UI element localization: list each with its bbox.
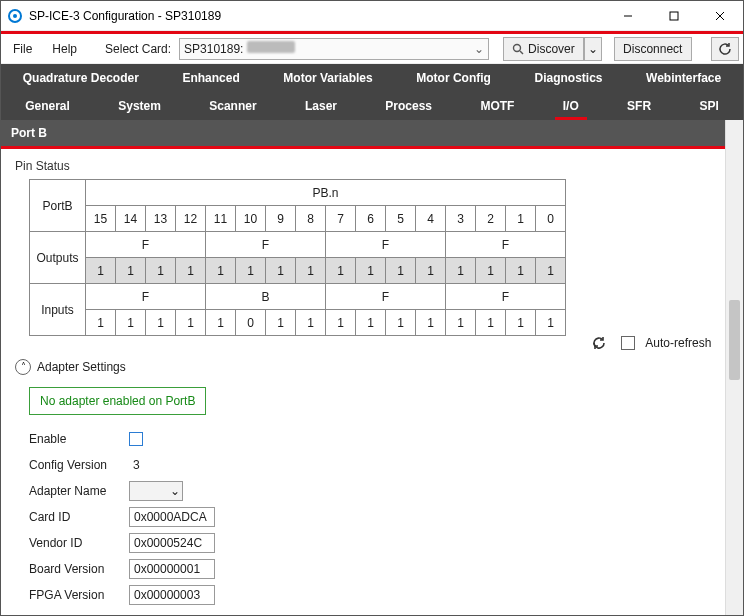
tab-enhanced[interactable]: Enhanced — [166, 64, 255, 92]
menu-file[interactable]: File — [5, 38, 40, 60]
tab-process[interactable]: Process — [371, 92, 446, 120]
obscured-text — [247, 41, 295, 53]
svg-point-6 — [514, 44, 521, 51]
content-scroll[interactable]: Port B Pin Status PortBPB.n1514131211109… — [1, 120, 725, 615]
config-version-value: 3 — [129, 458, 140, 472]
tab-i-o[interactable]: I/O — [549, 92, 593, 120]
disconnect-label: Disconnect — [623, 42, 682, 56]
pin-status-table: PortBPB.n1514131211109876543210OutputsFF… — [29, 179, 566, 336]
discover-dropdown[interactable]: ⌄ — [584, 37, 602, 61]
tab-diagnostics[interactable]: Diagnostics — [518, 64, 618, 92]
enable-label: Enable — [29, 432, 129, 446]
board-version-field[interactable]: 0x00000001 — [129, 559, 215, 579]
vendor-id-label: Vendor ID — [29, 536, 129, 550]
tab-spi[interactable]: SPI — [685, 92, 732, 120]
search-icon — [512, 43, 524, 55]
maximize-button[interactable] — [651, 1, 697, 31]
card-id-field[interactable]: 0x0000ADCA — [129, 507, 215, 527]
chevron-down-icon: ⌄ — [474, 42, 484, 56]
adapter-status: No adapter enabled on PortB — [29, 387, 206, 415]
tab-webinterface[interactable]: Webinterface — [630, 64, 737, 92]
fpga-version-label: FPGA Version — [29, 588, 129, 602]
auto-refresh-checkbox[interactable] — [621, 336, 635, 350]
adapter-settings-label: Adapter Settings — [37, 360, 126, 374]
vendor-id-field[interactable]: 0x0000524C — [129, 533, 215, 553]
menu-help[interactable]: Help — [44, 38, 85, 60]
tabstrip: Quadrature DecoderEnhancedMotor Variable… — [1, 64, 743, 120]
card-id-label: Card ID — [29, 510, 129, 524]
chevron-down-icon: ⌄ — [588, 42, 598, 56]
fpga-version-field[interactable]: 0x00000003 — [129, 585, 215, 605]
adapter-settings-toggle[interactable]: ˄ Adapter Settings — [15, 359, 725, 375]
card-select[interactable]: SP310189: ⌄ — [179, 38, 489, 60]
scrollbar-thumb[interactable] — [729, 300, 740, 380]
tab-motor-variables[interactable]: Motor Variables — [267, 64, 388, 92]
refresh-icon — [591, 335, 607, 351]
pin-status-label: Pin Status — [1, 149, 725, 179]
refresh-icon — [718, 42, 732, 56]
close-button[interactable] — [697, 1, 743, 31]
tab-motor-config[interactable]: Motor Config — [400, 64, 507, 92]
adapter-name-label: Adapter Name — [29, 484, 129, 498]
tab-laser[interactable]: Laser — [291, 92, 351, 120]
refresh-button[interactable] — [711, 37, 739, 61]
collapse-icon: ˄ — [15, 359, 31, 375]
vertical-scrollbar[interactable] — [725, 120, 743, 615]
discover-button[interactable]: Discover — [503, 37, 584, 61]
auto-refresh-label: Auto-refresh — [645, 336, 711, 350]
select-card-label: Select Card: — [101, 42, 175, 56]
card-select-value: SP310189: — [184, 42, 243, 56]
enable-checkbox[interactable] — [129, 432, 143, 446]
menubar: File Help Select Card: SP310189: ⌄ Disco… — [1, 34, 743, 64]
titlebar: SP-ICE-3 Configuration - SP310189 — [1, 1, 743, 31]
tab-sfr[interactable]: SFR — [613, 92, 665, 120]
minimize-button[interactable] — [605, 1, 651, 31]
window-title: SP-ICE-3 Configuration - SP310189 — [29, 9, 605, 23]
config-version-label: Config Version — [29, 458, 129, 472]
section-header: Port B — [1, 120, 725, 149]
chevron-down-icon: ⌄ — [170, 484, 180, 498]
adapter-form: Enable Config Version 3 Adapter Name ⌄ C… — [29, 427, 725, 607]
tab-system[interactable]: System — [104, 92, 175, 120]
pin-refresh-button[interactable] — [587, 331, 611, 355]
app-icon — [7, 8, 23, 24]
tab-quadrature-decoder[interactable]: Quadrature Decoder — [7, 64, 155, 92]
tab-motf[interactable]: MOTF — [466, 92, 528, 120]
svg-point-1 — [13, 14, 17, 18]
tab-general[interactable]: General — [11, 92, 84, 120]
tab-scanner[interactable]: Scanner — [195, 92, 270, 120]
adapter-name-combo[interactable]: ⌄ — [129, 481, 183, 501]
svg-line-7 — [520, 51, 523, 54]
svg-rect-3 — [670, 12, 678, 20]
disconnect-button[interactable]: Disconnect — [614, 37, 692, 61]
discover-label: Discover — [528, 42, 575, 56]
board-version-label: Board Version — [29, 562, 129, 576]
discover-splitbutton[interactable]: Discover ⌄ — [503, 37, 602, 61]
